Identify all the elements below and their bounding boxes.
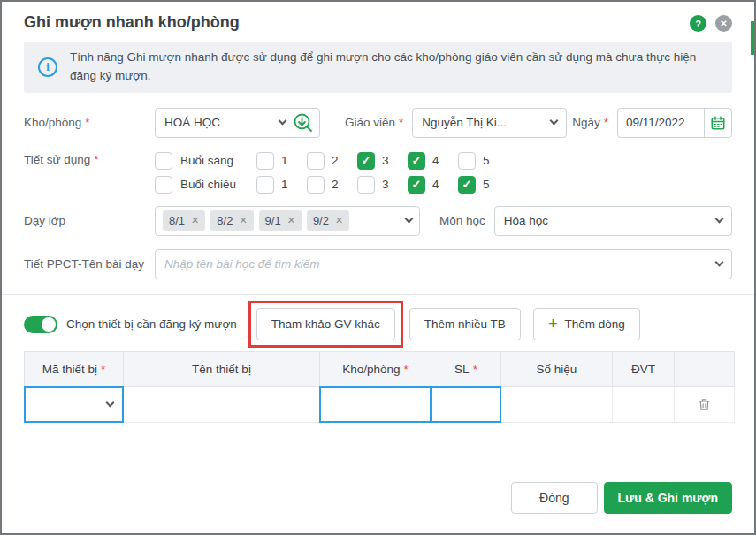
room-label: Kho/phòng (24, 116, 155, 129)
period-number: 5 (483, 178, 491, 191)
add-row-button-label: Thêm dòng (564, 317, 624, 331)
teacher-label: Giáo viên (345, 116, 403, 129)
period-number: 5 (483, 154, 491, 167)
period-number: 4 (432, 154, 440, 167)
device-table: Mã thiết bị Tên thiết bị Kho/phòng SL Số… (24, 351, 735, 423)
required-asterisk (470, 363, 477, 376)
col-serial: Số hiệu (501, 351, 613, 386)
table-header-row: Mã thiết bị Tên thiết bị Kho/phòng SL Số… (25, 351, 735, 386)
chevron-down-icon (550, 117, 559, 126)
afternoon-period-4-checkbox[interactable] (408, 176, 425, 194)
morning-period-5-checkbox[interactable] (458, 152, 476, 170)
afternoon-period-5-checkbox[interactable] (458, 176, 476, 194)
add-row-button[interactable]: Thêm dòng (533, 308, 640, 340)
help-icon[interactable] (690, 15, 706, 32)
periods-label: Tiết sử dụng (24, 152, 155, 166)
morning-session-checkbox[interactable] (155, 152, 172, 170)
period-number: 2 (332, 154, 340, 167)
col-unit: ĐVT (613, 351, 675, 386)
morning-period-3-checkbox[interactable] (357, 152, 375, 170)
afternoon-period-1-checkbox[interactable] (256, 176, 274, 194)
background-accent (751, 21, 754, 55)
room-select-value: HOÁ HỌC (164, 116, 220, 129)
period-number: 1 (281, 178, 289, 191)
page-title: Ghi mượn nhanh kho/phòng (24, 13, 240, 32)
period-number: 4 (432, 178, 440, 191)
lesson-label: Tiết PPCT-Tên bài dạy (24, 257, 155, 271)
class-tag-label: 9/2 (313, 214, 329, 227)
period-number: 3 (382, 178, 390, 191)
afternoon-session-checkbox[interactable] (155, 176, 172, 194)
chevron-down-icon (106, 398, 115, 407)
select-device-toggle[interactable] (24, 316, 57, 333)
info-icon (38, 57, 57, 77)
subject-select-value: Hóa học (504, 214, 548, 227)
remove-tag-icon[interactable] (191, 216, 199, 225)
afternoon-period-2-checkbox[interactable] (307, 176, 325, 194)
period-number: 1 (281, 154, 289, 167)
class-label: Dạy lớp (24, 214, 155, 227)
afternoon-period-3-checkbox[interactable] (357, 176, 375, 194)
remove-tag-icon[interactable] (335, 216, 343, 225)
subject-select[interactable]: Hóa học (494, 206, 732, 236)
col-quantity: SL (431, 351, 501, 386)
teacher-select-value: Nguyễn Thị Ki... (422, 116, 507, 129)
save-and-borrow-button[interactable]: Lưu & Ghi mượn (604, 482, 732, 514)
class-tag: 9/2 (307, 210, 349, 231)
col-actions (675, 351, 735, 386)
add-many-devices-button[interactable]: Thêm nhiều TB (409, 308, 521, 340)
room-cell-input[interactable] (319, 386, 431, 423)
class-tag-label: 8/1 (169, 214, 185, 227)
morning-period-row: Buổi sáng 1 2 3 4 5 (155, 152, 508, 170)
date-label: Ngày (572, 116, 608, 129)
info-text: Tính năng Ghi mượn nhanh được sử dụng để… (70, 49, 718, 86)
calendar-icon[interactable] (704, 109, 731, 137)
period-number: 2 (332, 178, 340, 191)
morning-period-4-checkbox[interactable] (408, 152, 425, 170)
required-asterisk (600, 116, 608, 129)
date-input[interactable]: 09/11/2022 (617, 108, 732, 138)
col-device-name: Tên thiết bị (124, 351, 320, 386)
modal-header: Ghi mượn nhanh kho/phòng (24, 13, 732, 32)
remove-tag-icon[interactable] (239, 216, 247, 225)
subject-label: Môn học (439, 214, 485, 227)
date-value[interactable]: 09/11/2022 (618, 116, 704, 129)
col-room: Kho/phòng (320, 351, 431, 386)
close-icon[interactable] (715, 15, 732, 32)
class-tag: 9/1 (259, 210, 302, 231)
required-asterisk (81, 116, 89, 129)
morning-period-1-checkbox[interactable] (256, 152, 274, 170)
remove-tag-icon[interactable] (287, 216, 295, 225)
class-tag-label: 9/1 (265, 214, 281, 227)
delete-row-button[interactable] (675, 387, 734, 422)
col-device-code: Mã thiết bị (25, 351, 124, 386)
class-multiselect[interactable]: 8/1 8/2 9/1 9/2 (155, 206, 420, 236)
lesson-search-placeholder: Nhập tên bài học để tìm kiếm (164, 257, 320, 271)
table-row (25, 386, 735, 422)
quantity-cell-input[interactable] (431, 386, 501, 423)
unit-cell (613, 386, 675, 422)
red-highlight-annotation: Tham khảo GV khác (248, 301, 403, 348)
device-code-select[interactable] (24, 386, 124, 423)
select-device-toggle-label: Chọn thiết bị cần đăng ký mượn (66, 317, 237, 331)
afternoon-period-row: Buổi chiều 1 2 3 4 5 (155, 176, 508, 194)
chevron-down-icon (715, 258, 724, 267)
chevron-down-icon (279, 117, 287, 126)
lesson-search-input[interactable]: Nhập tên bài học để tìm kiếm (155, 249, 732, 279)
required-asterisk (401, 363, 409, 376)
info-banner: Tính năng Ghi mượn nhanh được sử dụng để… (24, 42, 732, 93)
period-number: 3 (382, 154, 390, 167)
trash-icon (697, 396, 712, 413)
class-tag-label: 8/2 (217, 214, 233, 227)
close-button[interactable]: Đóng (511, 482, 597, 514)
reference-other-teachers-button[interactable]: Tham khảo GV khác (256, 308, 395, 340)
required-asterisk (97, 363, 105, 376)
plus-icon (548, 315, 558, 333)
teacher-select[interactable]: Nguyễn Thị Ki... (412, 108, 567, 138)
required-asterisk (395, 116, 403, 129)
search-down-icon[interactable] (293, 112, 314, 134)
chevron-down-icon (405, 215, 414, 224)
room-select[interactable]: HOÁ HỌC (155, 108, 320, 138)
morning-session-label: Buổi sáng (180, 154, 256, 167)
morning-period-2-checkbox[interactable] (307, 152, 325, 170)
